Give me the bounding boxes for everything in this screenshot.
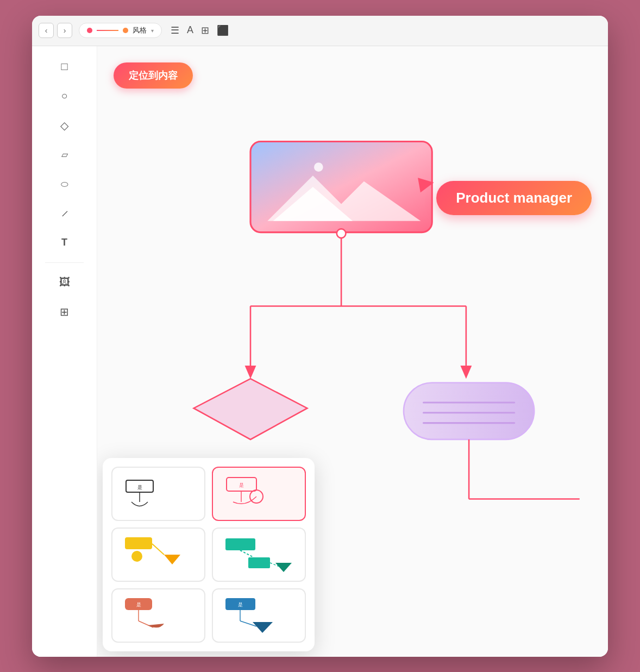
style-picker-panel: 是 是: [103, 458, 315, 651]
svg-rect-12: [404, 382, 534, 439]
sidebar: □ ○ ◇ ▱ ⬭ ─ T 🖼 ⊞: [32, 46, 97, 657]
svg-text:是: 是: [137, 485, 142, 490]
svg-point-26: [131, 551, 142, 562]
style-option-4[interactable]: [212, 527, 306, 582]
style-dot-right: [123, 28, 128, 33]
circle-tool[interactable]: ○: [55, 86, 74, 106]
nav-buttons: ‹ ›: [39, 23, 72, 38]
svg-rect-29: [225, 538, 255, 550]
style-option-1[interactable]: 是: [111, 467, 205, 521]
main-area: □ ○ ◇ ▱ ⬭ ─ T 🖼 ⊞ 定位到内容: [32, 46, 608, 657]
list-icon[interactable]: ☰: [171, 24, 179, 36]
text-tool[interactable]: T: [55, 233, 74, 253]
image-upload-icon[interactable]: ⬛: [217, 24, 229, 36]
svg-marker-11: [194, 379, 308, 439]
back-button[interactable]: ‹: [39, 23, 54, 38]
line-tool[interactable]: ─: [51, 199, 78, 227]
style-option-2[interactable]: 是: [212, 467, 306, 521]
svg-marker-10: [460, 366, 472, 379]
canvas[interactable]: 定位到内容: [97, 46, 608, 657]
style-preview-2: 是: [221, 472, 297, 516]
toolbar-icons: ☰ A ⊞ ⬛: [171, 24, 229, 36]
table-tool[interactable]: ⊞: [55, 302, 74, 322]
svg-line-30: [240, 550, 254, 557]
svg-text:是: 是: [239, 482, 243, 488]
style-option-6[interactable]: 是: [212, 588, 306, 643]
style-arrow-icon: ▾: [151, 28, 154, 34]
svg-rect-31: [248, 557, 270, 568]
image-tool[interactable]: 🖼: [55, 273, 74, 292]
forward-button[interactable]: ›: [57, 23, 72, 38]
svg-point-1: [314, 162, 323, 172]
svg-text:是: 是: [136, 602, 141, 607]
style-selector[interactable]: 风格 ▾: [79, 23, 162, 38]
svg-marker-33: [275, 563, 292, 572]
text-icon[interactable]: A: [187, 24, 193, 36]
style-preview-1: 是: [121, 472, 197, 516]
svg-rect-25: [125, 537, 152, 549]
rectangle-tool[interactable]: □: [55, 57, 74, 77]
title-bar: ‹ › 风格 ▾ ☰ A ⊞ ⬛: [32, 16, 608, 46]
app-window: ‹ › 风格 ▾ ☰ A ⊞ ⬛ □ ○ ◇ ▱ ⬭ ─ T 🖼: [32, 16, 608, 657]
svg-point-4: [337, 229, 346, 238]
style-option-3[interactable]: [111, 527, 205, 582]
diamond-tool[interactable]: ◇: [55, 116, 74, 135]
svg-marker-8: [245, 366, 256, 379]
style-preview-3: [121, 533, 197, 576]
style-preview-6: 是: [221, 594, 297, 637]
sidebar-divider: [45, 262, 84, 263]
svg-marker-28: [164, 555, 180, 564]
svg-line-27: [152, 544, 164, 555]
parallelogram-tool[interactable]: ▱: [55, 145, 74, 165]
ellipse-tool[interactable]: ⬭: [55, 174, 74, 194]
style-label: 风格: [133, 26, 147, 35]
product-manager-label: Product manager: [436, 181, 592, 215]
style-line: [97, 30, 118, 31]
style-dot-left: [87, 28, 92, 33]
style-preview-5: 是: [121, 594, 197, 637]
grid-icon[interactable]: ⊞: [201, 24, 209, 36]
style-option-5[interactable]: 是: [111, 588, 205, 643]
svg-line-41: [240, 621, 256, 626]
style-preview-4: [221, 533, 297, 576]
svg-marker-42: [253, 622, 273, 633]
svg-text:是: 是: [237, 602, 242, 607]
